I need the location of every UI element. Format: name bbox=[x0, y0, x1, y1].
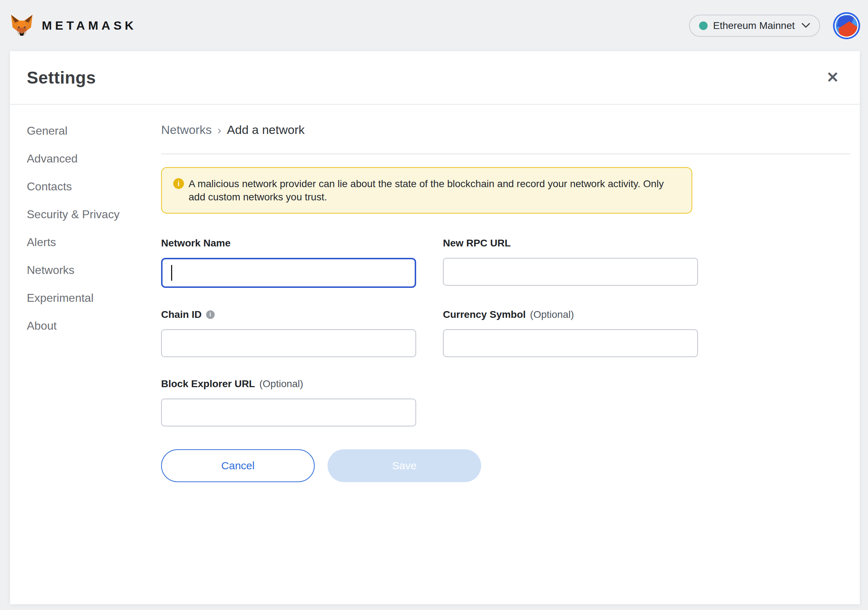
field-network-name: Network Name bbox=[161, 237, 416, 288]
breadcrumb: Networks › Add a network bbox=[161, 122, 850, 138]
network-selector[interactable]: Ethereum Mainnet bbox=[689, 15, 820, 37]
breadcrumb-divider bbox=[161, 153, 850, 154]
breadcrumb-current: Add a network bbox=[227, 123, 304, 137]
network-selector-label: Ethereum Mainnet bbox=[713, 20, 795, 31]
network-name-label-text: Network Name bbox=[161, 237, 231, 249]
metamask-brand: METAMASK bbox=[10, 14, 137, 37]
warning-text: A malicious network provider can lie abo… bbox=[189, 177, 674, 204]
new-rpc-url-input[interactable] bbox=[443, 258, 698, 286]
currency-symbol-input[interactable] bbox=[443, 329, 698, 357]
text-caret bbox=[171, 265, 172, 281]
sidebar-item-general[interactable]: General bbox=[27, 117, 161, 145]
add-network-content: Networks › Add a network i A malicious n… bbox=[161, 105, 860, 604]
chain-id-info-icon[interactable]: i bbox=[206, 310, 215, 319]
field-new-rpc-url: New RPC URL bbox=[443, 237, 698, 288]
currency-symbol-label-text: Currency Symbol bbox=[443, 308, 526, 321]
info-icon: i bbox=[173, 178, 184, 189]
sidebar-item-advanced[interactable]: Advanced bbox=[27, 145, 161, 172]
breadcrumb-networks[interactable]: Networks bbox=[161, 123, 212, 137]
sidebar-item-networks[interactable]: Networks bbox=[27, 256, 161, 284]
save-button[interactable]: Save bbox=[327, 449, 481, 482]
new-rpc-url-input-wrap bbox=[443, 258, 698, 286]
cancel-button[interactable]: Cancel bbox=[161, 449, 315, 482]
brand-wordmark: METAMASK bbox=[42, 19, 137, 33]
settings-header: Settings ✕ bbox=[10, 51, 860, 105]
sidebar-item-alerts[interactable]: Alerts bbox=[27, 228, 161, 256]
block-explorer-url-input-wrap bbox=[161, 399, 416, 426]
sidebar-item-contacts[interactable]: Contacts bbox=[27, 172, 161, 200]
header-right: Ethereum Mainnet bbox=[689, 12, 860, 39]
new-rpc-url-label: New RPC URL bbox=[443, 237, 698, 249]
chain-id-label-text: Chain ID bbox=[161, 308, 202, 321]
form-actions: Cancel Save bbox=[161, 449, 850, 482]
account-avatar[interactable] bbox=[833, 12, 860, 39]
network-name-input-wrap bbox=[161, 258, 416, 288]
account-avatar-icon bbox=[833, 12, 860, 39]
field-currency-symbol: Currency Symbol (Optional) bbox=[443, 308, 698, 357]
network-status-dot bbox=[699, 22, 708, 30]
currency-symbol-optional: (Optional) bbox=[530, 308, 574, 321]
page-title: Settings bbox=[27, 68, 96, 88]
currency-symbol-label: Currency Symbol (Optional) bbox=[443, 308, 698, 321]
block-explorer-url-optional: (Optional) bbox=[259, 378, 303, 390]
chain-id-label: Chain ID i bbox=[161, 308, 416, 321]
chain-id-input-wrap bbox=[161, 329, 416, 357]
currency-symbol-input-wrap bbox=[443, 329, 698, 357]
chain-id-input[interactable] bbox=[161, 329, 416, 357]
settings-body: General Advanced Contacts Security & Pri… bbox=[10, 105, 860, 604]
breadcrumb-separator-icon: › bbox=[217, 123, 222, 137]
metamask-fox-icon bbox=[10, 14, 34, 37]
block-explorer-url-label: Block Explorer URL (Optional) bbox=[161, 378, 416, 390]
sidebar-item-security-privacy[interactable]: Security & Privacy bbox=[27, 200, 161, 228]
new-rpc-url-label-text: New RPC URL bbox=[443, 237, 511, 249]
field-block-explorer-url: Block Explorer URL (Optional) bbox=[161, 378, 416, 426]
close-button[interactable]: ✕ bbox=[823, 68, 843, 88]
warning-banner: i A malicious network provider can lie a… bbox=[161, 167, 692, 214]
app-header: METAMASK Ethereum Mainnet bbox=[0, 0, 868, 51]
block-explorer-url-label-text: Block Explorer URL bbox=[161, 378, 255, 390]
settings-sidebar: General Advanced Contacts Security & Pri… bbox=[10, 105, 161, 604]
chevron-down-icon bbox=[801, 23, 810, 28]
settings-panel: Settings ✕ General Advanced Contacts Sec… bbox=[10, 51, 860, 604]
add-network-form: Network Name New RPC URL bbox=[161, 237, 850, 426]
network-name-input[interactable] bbox=[161, 258, 416, 288]
network-name-label: Network Name bbox=[161, 237, 416, 249]
block-explorer-url-input[interactable] bbox=[161, 399, 416, 426]
sidebar-item-about[interactable]: About bbox=[27, 312, 161, 340]
field-chain-id: Chain ID i bbox=[161, 308, 416, 357]
sidebar-item-experimental[interactable]: Experimental bbox=[27, 284, 161, 312]
